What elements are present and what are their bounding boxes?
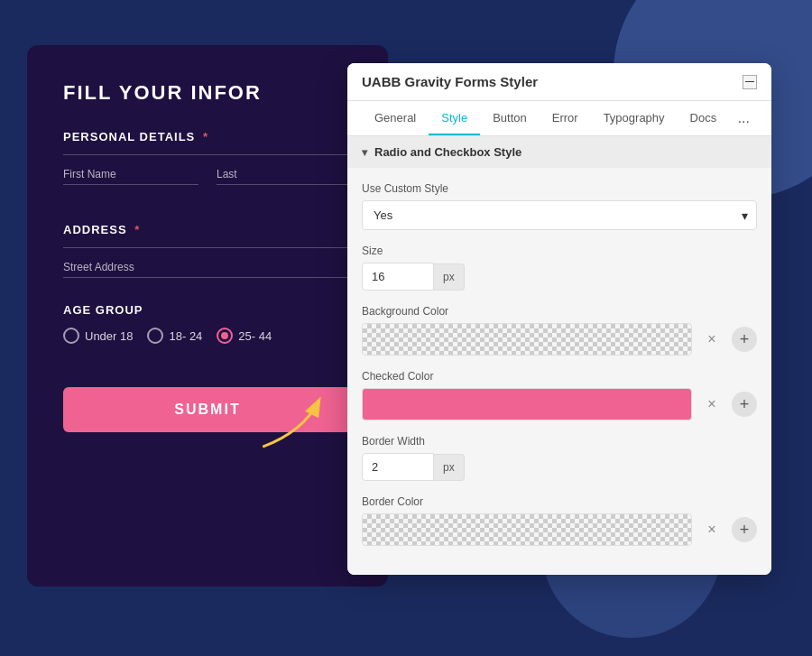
- border-color-swatch[interactable]: [362, 513, 692, 546]
- radio-18-24[interactable]: 18- 24: [147, 328, 202, 344]
- radio-circle-18-24: [147, 328, 163, 344]
- checked-color-clear[interactable]: ×: [699, 392, 724, 417]
- radio-circle-25-44: [217, 328, 233, 344]
- radio-under18[interactable]: Under 18: [63, 328, 133, 344]
- address-section: ADDRESS * Street Address: [63, 223, 352, 278]
- border-color-clear[interactable]: ×: [699, 517, 724, 542]
- size-input[interactable]: [362, 263, 434, 291]
- tab-typography[interactable]: Typography: [591, 102, 678, 135]
- first-name-field: First Name: [63, 168, 198, 198]
- address-divider: [63, 247, 352, 248]
- size-row: px: [362, 263, 757, 291]
- first-name-divider: [63, 184, 198, 185]
- name-row: First Name Last: [63, 168, 352, 198]
- background-color-label: Background Color: [362, 305, 757, 318]
- border-width-label: Border Width: [362, 435, 757, 448]
- tabs-bar: General Style Button Error Typography Do…: [347, 101, 771, 136]
- border-width-unit: px: [434, 454, 465, 481]
- background-color-row: × +: [362, 323, 757, 356]
- tab-error[interactable]: Error: [540, 102, 591, 135]
- background-color-add[interactable]: +: [732, 327, 757, 352]
- radio-label-25-44: 25- 44: [238, 329, 272, 343]
- radio-25-44[interactable]: 25- 44: [217, 328, 272, 344]
- size-label: Size: [362, 245, 757, 257]
- tab-button[interactable]: Button: [480, 102, 540, 135]
- border-width-field: Border Width px: [362, 435, 757, 481]
- section-divider: [63, 154, 352, 155]
- background-color-clear[interactable]: ×: [699, 327, 724, 352]
- age-group-section: AGE GROUP Under 18 18- 24 25- 44: [63, 303, 352, 344]
- settings-content: ▾ Radio and Checkbox Style Use Custom St…: [347, 136, 771, 575]
- use-custom-style-field: Use Custom Style Yes No ▾: [362, 182, 757, 230]
- submit-button[interactable]: SUBMIT: [63, 387, 352, 432]
- form-title: FILL YOUR INFOR: [63, 81, 352, 105]
- checked-color-add[interactable]: +: [732, 392, 757, 417]
- street-divider: [63, 277, 352, 278]
- tab-general[interactable]: General: [362, 102, 429, 135]
- last-name-divider: [217, 184, 352, 185]
- border-color-row: × +: [362, 513, 757, 546]
- form-panel: FILL YOUR INFOR PERSONAL DETAILS * First…: [27, 45, 388, 587]
- checked-color-label: Checked Color: [362, 370, 757, 383]
- settings-body: Use Custom Style Yes No ▾ Size px: [347, 168, 771, 575]
- personal-details-section: PERSONAL DETAILS * First Name Last: [63, 130, 352, 198]
- tab-more[interactable]: ...: [731, 101, 757, 135]
- checked-color-field: Checked Color × +: [362, 370, 757, 420]
- border-width-row: px: [362, 453, 757, 481]
- address-required-marker: *: [134, 223, 140, 236]
- age-group-label: AGE GROUP: [63, 303, 352, 317]
- border-color-add[interactable]: +: [732, 517, 757, 542]
- radio-group: Under 18 18- 24 25- 44: [63, 328, 352, 344]
- last-name-field: Last: [217, 168, 352, 198]
- last-name-label: Last: [217, 168, 352, 180]
- chevron-icon: ▾: [362, 146, 367, 159]
- section-header-radio[interactable]: ▾ Radio and Checkbox Style: [347, 136, 771, 168]
- checked-color-row: × +: [362, 388, 757, 420]
- radio-label-18-24: 18- 24: [169, 329, 202, 343]
- use-custom-style-select-wrapper: Yes No ▾: [362, 200, 757, 230]
- background-color-field: Background Color × +: [362, 305, 757, 356]
- settings-scroll[interactable]: ▾ Radio and Checkbox Style Use Custom St…: [347, 136, 771, 575]
- use-custom-style-select[interactable]: Yes No: [362, 200, 757, 230]
- personal-details-label: PERSONAL DETAILS *: [63, 130, 352, 143]
- minimize-button[interactable]: —: [743, 75, 757, 89]
- tab-docs[interactable]: Docs: [678, 102, 730, 135]
- border-color-field: Border Color × +: [362, 495, 757, 546]
- border-width-input[interactable]: [362, 453, 434, 481]
- radio-label-under18: Under 18: [85, 329, 133, 343]
- radio-circle-under18: [63, 328, 79, 344]
- checked-color-swatch[interactable]: [362, 388, 692, 420]
- street-address-field: Street Address: [63, 261, 352, 278]
- settings-title: UABB Gravity Forms Styler: [362, 74, 538, 89]
- settings-panel: UABB Gravity Forms Styler — General Styl…: [347, 63, 771, 575]
- street-address-label: Street Address: [63, 261, 352, 273]
- required-marker: *: [203, 130, 208, 143]
- size-field: Size px: [362, 245, 757, 291]
- background-color-swatch[interactable]: [362, 323, 692, 356]
- section-header-label: Radio and Checkbox Style: [374, 145, 521, 159]
- tab-style[interactable]: Style: [429, 102, 480, 135]
- settings-header: UABB Gravity Forms Styler —: [347, 63, 771, 101]
- size-unit: px: [434, 263, 465, 291]
- use-custom-style-label: Use Custom Style: [362, 182, 757, 195]
- first-name-label: First Name: [63, 168, 198, 180]
- address-label: ADDRESS *: [63, 223, 352, 236]
- border-color-label: Border Color: [362, 495, 757, 508]
